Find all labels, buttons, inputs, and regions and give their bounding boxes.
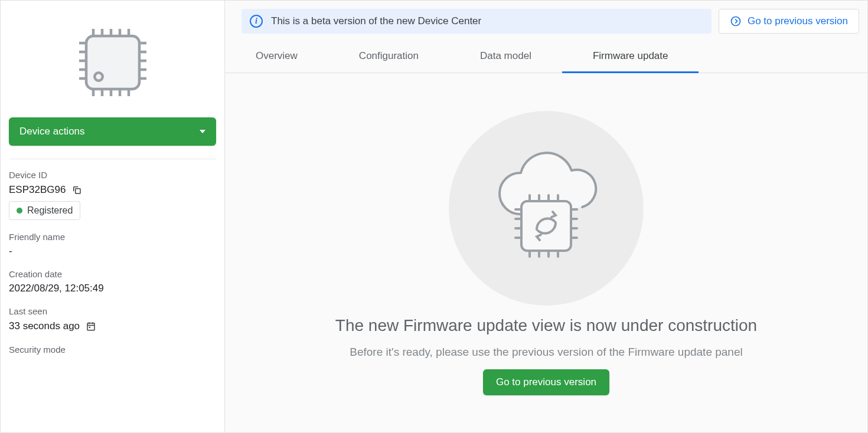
last-seen-calendar-button[interactable] xyxy=(84,320,97,333)
beta-banner-message: This is a beta version of the new Device… xyxy=(271,15,481,27)
friendly-name-value: - xyxy=(9,245,12,257)
device-actions-label: Device actions xyxy=(19,126,85,137)
device-actions-dropdown[interactable]: Device actions xyxy=(9,117,216,146)
field-creation-date: Creation date 2022/08/29, 12:05:49 xyxy=(9,269,216,294)
device-sidebar: Device actions Device ID ESP32BG96 xyxy=(1,1,225,432)
tab-data-model[interactable]: Data model xyxy=(449,41,562,73)
tab-configuration[interactable]: Configuration xyxy=(328,41,449,73)
creation-date-value: 2022/08/29, 12:05:49 xyxy=(9,283,104,294)
field-friendly-name: Friendly name - xyxy=(9,232,216,257)
go-to-previous-version-label: Go to previous version xyxy=(748,15,848,27)
chip-icon xyxy=(68,18,157,107)
caret-down-icon xyxy=(200,130,205,133)
status-label: Registered xyxy=(27,205,73,216)
tab-firmware-update[interactable]: Firmware update xyxy=(562,41,699,73)
svg-point-29 xyxy=(731,17,740,26)
last-seen-value: 33 seconds ago xyxy=(9,320,80,332)
tab-overview[interactable]: Overview xyxy=(225,41,328,73)
calendar-icon xyxy=(86,321,96,332)
top-row: i This is a beta version of the new Devi… xyxy=(225,1,867,34)
empty-state-heading: The new Firmware update view is now unde… xyxy=(335,316,757,335)
app-root: Device actions Device ID ESP32BG96 xyxy=(0,0,868,433)
field-security-mode: Security mode xyxy=(9,345,216,355)
field-device-id: Device ID ESP32BG96 Registered xyxy=(9,170,216,220)
status-dot-icon xyxy=(17,208,22,214)
svg-rect-24 xyxy=(87,323,94,330)
svg-rect-28 xyxy=(89,327,90,328)
beta-banner: i This is a beta version of the new Devi… xyxy=(242,9,712,34)
cloud-chip-sync-icon xyxy=(475,143,617,273)
tabs: Overview Configuration Data model Firmwa… xyxy=(225,34,867,73)
creation-date-label: Creation date xyxy=(9,269,216,279)
divider xyxy=(9,159,216,159)
main-panel: i This is a beta version of the new Devi… xyxy=(225,1,867,432)
svg-rect-0 xyxy=(86,36,139,89)
info-icon: i xyxy=(250,15,263,28)
security-mode-label: Security mode xyxy=(9,345,216,355)
firmware-update-content: The new Firmware update view is now unde… xyxy=(225,73,867,432)
device-id-value: ESP32BG96 xyxy=(9,184,66,196)
svg-rect-23 xyxy=(76,189,80,193)
status-chip: Registered xyxy=(9,201,80,220)
copy-icon xyxy=(71,185,82,195)
sidebar-scroll: Device actions Device ID ESP32BG96 xyxy=(1,1,224,370)
go-to-previous-version-button[interactable]: Go to previous version xyxy=(483,369,609,395)
device-id-label: Device ID xyxy=(9,170,216,180)
copy-device-id-button[interactable] xyxy=(70,183,83,196)
field-last-seen: Last seen 33 seconds ago xyxy=(9,306,216,333)
arrow-right-circle-icon xyxy=(730,15,742,27)
device-chip-illustration xyxy=(9,12,216,117)
friendly-name-label: Friendly name xyxy=(9,232,216,242)
empty-state-illustration xyxy=(449,111,644,306)
go-to-previous-version-link[interactable]: Go to previous version xyxy=(719,9,859,34)
svg-rect-30 xyxy=(521,201,571,251)
empty-state-subheading: Before it's ready, please use the previo… xyxy=(350,346,742,359)
last-seen-label: Last seen xyxy=(9,306,216,316)
